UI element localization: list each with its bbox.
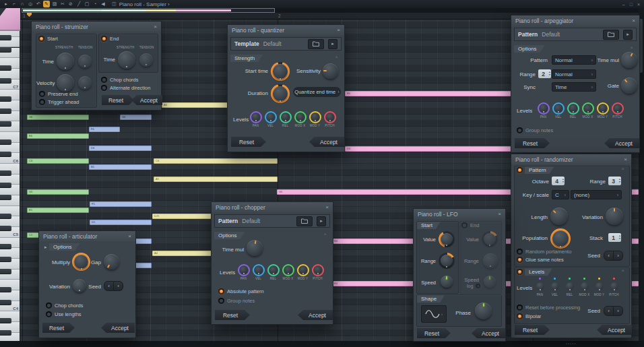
stack-spinner[interactable]: 1 ▴▾ xyxy=(608,233,621,242)
lfo-end-led[interactable] xyxy=(461,222,468,228)
close-icon[interactable]: × xyxy=(325,204,329,210)
piano-key-black[interactable] xyxy=(0,257,11,262)
quantizer-titlebar[interactable]: Piano roll - quantizer × xyxy=(228,25,344,35)
level-knob-pan[interactable] xyxy=(238,264,250,276)
pattern-section-tab[interactable]: Pattern xyxy=(525,166,554,174)
level-knob-pitch[interactable] xyxy=(324,111,336,123)
seed-next-button[interactable]: › xyxy=(614,251,623,261)
time-mul-knob[interactable] xyxy=(621,52,637,68)
piano-key-black[interactable] xyxy=(0,78,11,84)
note-g5[interactable]: G5 xyxy=(27,189,89,195)
collapse-chevron-icon[interactable]: ^ xyxy=(622,167,624,172)
seed-prev-button[interactable]: ‹ xyxy=(604,306,614,316)
hscroll-thumb[interactable] xyxy=(22,8,275,13)
piano-key-black[interactable] xyxy=(0,244,11,249)
randomizer-titlebar[interactable]: Piano roll - randomizer × xyxy=(511,154,631,164)
octave-spinner[interactable]: 4 ▴▾ xyxy=(552,177,565,185)
level-knob-rel[interactable] xyxy=(567,102,579,115)
level-knob-rel[interactable] xyxy=(564,280,576,292)
collapse-chevron-icon[interactable]: ^ xyxy=(335,55,337,60)
piano-key-black[interactable] xyxy=(0,152,11,157)
duration-knob[interactable] xyxy=(271,84,290,103)
range-mode-dropdown[interactable]: Normal› xyxy=(552,69,596,79)
slice-icon[interactable]: ╱ xyxy=(75,1,82,7)
draw-pencil-icon[interactable]: ✎ xyxy=(43,1,50,7)
close-icon[interactable]: × xyxy=(154,24,157,30)
waveform-button[interactable]: › xyxy=(421,305,447,323)
pattern-next-icon[interactable]: ▸ xyxy=(317,216,326,226)
level-knob-pan[interactable] xyxy=(250,111,262,123)
start-time-knob[interactable] xyxy=(271,62,290,81)
horizontal-scrollbar[interactable] xyxy=(20,8,639,13)
close-icon[interactable]: × xyxy=(632,18,635,24)
level-knob-pitch[interactable] xyxy=(312,264,324,276)
lfo-end-range-knob[interactable] xyxy=(483,253,498,268)
reset-button[interactable]: Reset xyxy=(515,138,550,148)
note-e5[interactable]: E5 xyxy=(27,208,89,213)
chopper-titlebar[interactable]: Piano roll - chopper × xyxy=(212,202,333,212)
levels-section-tab[interactable]: Levels xyxy=(525,268,552,276)
note-f6[interactable]: F6 xyxy=(89,127,120,132)
template-value[interactable]: Default xyxy=(263,40,282,47)
piano-key-black[interactable] xyxy=(0,108,11,114)
undo-icon[interactable]: ↶ xyxy=(35,1,42,7)
pattern-section-led[interactable] xyxy=(517,167,523,173)
lfo-start-value-knob[interactable] xyxy=(439,231,455,247)
accept-button[interactable]: Accept xyxy=(597,325,632,335)
piano-key-black[interactable] xyxy=(0,96,11,102)
note-f5[interactable]: F5 xyxy=(90,201,152,207)
delete-cut-icon[interactable]: ✂ xyxy=(59,1,66,7)
collapse-chevron-icon[interactable]: ^ xyxy=(622,269,624,274)
note-c6[interactable]: C6 xyxy=(27,158,89,164)
options-section-tab[interactable]: Options xyxy=(49,243,80,251)
level-knob-mod-y[interactable] xyxy=(597,102,609,115)
strum-end-time-tension-knob[interactable] xyxy=(139,53,153,67)
chop-chords-led[interactable] xyxy=(101,77,107,83)
folder-icon[interactable] xyxy=(296,216,313,226)
level-knob-mod-x[interactable] xyxy=(282,264,294,276)
multiply-knob[interactable] xyxy=(72,253,90,271)
bipolar-led[interactable] xyxy=(517,313,523,319)
note-a5[interactable]: A5 xyxy=(154,177,278,182)
articulator-titlebar[interactable]: Piano roll - articulator × xyxy=(39,231,135,241)
select-icon[interactable]: ▢ xyxy=(84,1,90,7)
quantize-end-time-button[interactable]: Quantize end time› xyxy=(293,87,341,97)
note-g6[interactable]: G6 xyxy=(120,115,152,120)
piano-key-black[interactable] xyxy=(0,318,11,323)
arpeggiator-titlebar[interactable]: Piano roll - arpeggiator × xyxy=(511,15,639,26)
preserve-end-led[interactable] xyxy=(39,91,45,97)
population-knob[interactable] xyxy=(550,228,571,249)
accept-button[interactable]: Accept xyxy=(604,138,639,148)
time-mul-knob[interactable] xyxy=(247,240,263,256)
glue-same-notes-led[interactable] xyxy=(517,257,523,263)
accept-button[interactable]: Accept xyxy=(298,310,333,320)
maximize-button[interactable]: □ xyxy=(630,2,633,7)
level-knob-vel[interactable] xyxy=(253,264,265,276)
close-icon[interactable]: × xyxy=(128,233,131,239)
sensitivity-knob[interactable] xyxy=(323,63,338,79)
seed-prev-button[interactable]: ‹ xyxy=(104,281,114,291)
note-d5[interactable]: D5 xyxy=(90,220,152,225)
close-icon[interactable]: × xyxy=(624,156,627,162)
note-a4[interactable]: A4 xyxy=(152,251,216,256)
options-section-tab[interactable]: Options xyxy=(514,45,545,53)
levels-section-led[interactable] xyxy=(517,269,523,275)
piano-key-black[interactable] xyxy=(0,226,11,231)
bottom-scroll-handle[interactable]: ••••• xyxy=(566,342,577,346)
playback-preview-icon[interactable]: ◀ xyxy=(100,1,106,7)
reset-button[interactable]: Reset xyxy=(42,323,75,333)
level-knob-pitch[interactable] xyxy=(608,280,620,292)
close-icon[interactable]: × xyxy=(498,211,501,217)
zoom-tool-icon[interactable]: ◔ xyxy=(92,1,98,7)
lfo-end-speed-knob[interactable] xyxy=(484,276,496,288)
range-spinner[interactable]: 2 ▴▾ xyxy=(538,69,551,78)
group-notes-led[interactable] xyxy=(517,127,523,133)
seed-prev-button[interactable]: ‹ xyxy=(604,251,614,261)
level-knob-pan[interactable] xyxy=(534,280,546,292)
level-knob-rel[interactable] xyxy=(280,111,292,123)
collapse-chevron-icon[interactable]: ^ xyxy=(631,46,633,51)
gap-knob[interactable] xyxy=(104,254,119,270)
paint-brush-icon[interactable]: ▨ xyxy=(51,1,58,7)
lfo-start-range-knob[interactable] xyxy=(439,253,455,269)
strumizer-titlebar[interactable]: Piano roll - strumizer × xyxy=(32,22,161,32)
